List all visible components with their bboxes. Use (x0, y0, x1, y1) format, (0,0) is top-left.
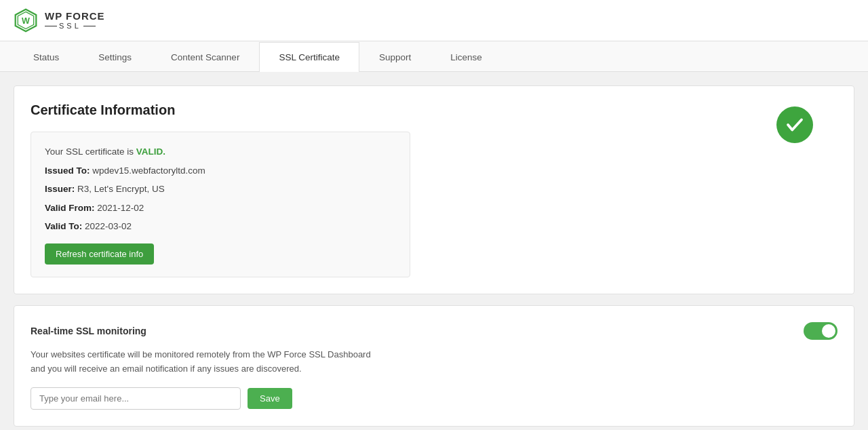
refresh-certificate-button[interactable]: Refresh certificate info (45, 243, 154, 265)
save-button[interactable]: Save (248, 388, 292, 409)
monitoring-description: Your websites certificate will be monito… (31, 348, 383, 376)
certificate-card: Certificate Information Your SSL certifi… (14, 85, 854, 294)
cert-valid-to-label: Valid To: (45, 221, 82, 231)
tab-content-scanner[interactable]: Content Scanner (151, 42, 259, 72)
valid-checkmark-badge (776, 106, 813, 143)
tab-status[interactable]: Status (14, 42, 79, 72)
checkmark-icon (785, 115, 805, 135)
tabs-bar: Status Settings Content Scanner SSL Cert… (0, 41, 868, 72)
svg-text:W: W (22, 16, 30, 26)
cert-validity-line: Your SSL certificate is VALID. (45, 144, 396, 159)
tab-support[interactable]: Support (359, 42, 431, 72)
tab-license[interactable]: License (431, 42, 502, 72)
cert-validity-status: VALID. (136, 146, 165, 157)
email-row: Save (31, 387, 837, 410)
header: W WP FORCE SSL (0, 0, 868, 41)
logo-icon: W (14, 8, 38, 33)
cert-issuer-value: R3, Let's Encrypt, US (75, 184, 164, 194)
cert-issuer: Issuer: R3, Let's Encrypt, US (45, 182, 396, 197)
main-content: Certificate Information Your SSL certifi… (0, 72, 868, 430)
cert-valid-from-label: Valid From: (45, 203, 95, 213)
cert-info-box: Your SSL certificate is VALID. Issued To… (31, 132, 410, 277)
certificate-section-title: Certificate Information (31, 102, 837, 118)
cert-issued-to: Issued To: wpdev15.webfactoryltd.com (45, 163, 396, 178)
tab-ssl-certificate[interactable]: SSL Certificate (259, 42, 359, 72)
logo-text: WP FORCE SSL (45, 11, 105, 31)
logo-wp-force-label: WP FORCE (45, 11, 105, 22)
cert-issued-to-label: Issued To: (45, 165, 90, 176)
monitoring-label: Real-time SSL monitoring (31, 326, 146, 336)
toggle-container[interactable] (804, 322, 837, 340)
cert-issuer-label: Issuer: (45, 184, 75, 194)
monitoring-toggle[interactable] (804, 322, 837, 340)
cert-valid-from: Valid From: 2021-12-02 (45, 201, 396, 216)
logo-ssl-label: SSL (45, 22, 105, 30)
cert-issued-to-value: wpdev15.webfactoryltd.com (90, 165, 205, 176)
monitoring-card: Real-time SSL monitoring Your websites c… (14, 305, 854, 427)
cert-valid-from-value: 2021-12-02 (95, 203, 144, 213)
cert-valid-to-value: 2022-03-02 (82, 221, 132, 231)
cert-valid-to: Valid To: 2022-03-02 (45, 219, 396, 234)
logo: W WP FORCE SSL (14, 8, 105, 33)
tab-settings[interactable]: Settings (79, 42, 151, 72)
cert-validity-prefix: Your SSL certificate is (45, 146, 136, 157)
monitoring-header: Real-time SSL monitoring (31, 322, 837, 340)
email-input[interactable] (31, 387, 241, 410)
toggle-slider (804, 322, 837, 340)
